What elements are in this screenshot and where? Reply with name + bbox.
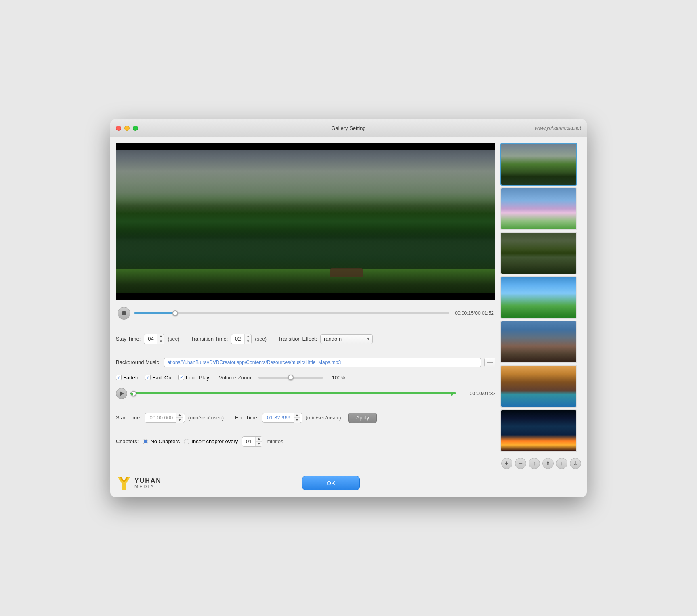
audio-options-row: FadeIn FadeOut Loop Play Volume Zoom: 10… (116, 373, 495, 382)
start-time-unit: (min/sec/msec) (188, 415, 224, 421)
audio-end-marker: ♦ (450, 391, 456, 396)
fade-in-checkbox-box[interactable] (116, 375, 122, 380)
transition-time-value[interactable]: 02 (231, 334, 244, 344)
logo-icon (116, 475, 132, 491)
end-time-down[interactable]: ▼ (294, 418, 300, 423)
right-panel (500, 143, 581, 452)
video-time-display: 00:00:15/00:01:52 (453, 310, 494, 316)
thumb-move-up-button[interactable]: ↑ (529, 458, 540, 469)
thumbnail-controls-row: + − ↑ ⇑ ↓ ⇓ (110, 458, 587, 471)
thumbnail-2[interactable] (500, 187, 577, 230)
thumb-move-down-button[interactable]: ↓ (556, 458, 567, 469)
no-chapters-radio[interactable]: No Chapters (143, 438, 180, 444)
fade-out-checkbox[interactable]: FadeOut (145, 375, 173, 381)
thumbnail-3[interactable] (500, 232, 577, 274)
transition-time-unit: (sec) (255, 336, 267, 342)
thumbnail-6[interactable] (500, 365, 577, 408)
maximize-button[interactable] (133, 126, 138, 131)
watermark: www.yuhanmedia.net (535, 125, 581, 131)
insert-chapter-label: Insert chapter every (191, 438, 238, 444)
no-chapters-radio-outer[interactable] (143, 439, 148, 444)
separator-4 (116, 430, 495, 430)
water-overlay (116, 229, 495, 269)
traffic-lights (116, 126, 138, 131)
play-icon (120, 391, 124, 396)
fade-out-checkbox-box[interactable] (145, 375, 151, 380)
audio-track[interactable]: ♦ ♦ (130, 392, 456, 394)
thumbnail-4[interactable] (500, 276, 577, 319)
titlebar: Gallery Setting www.yuhanmedia.net (110, 119, 587, 137)
logo-top-text: YUHAN (134, 477, 162, 484)
insert-chapter-radio[interactable]: Insert chapter every (184, 438, 238, 444)
close-button[interactable] (116, 126, 121, 131)
transition-time-down[interactable]: ▼ (245, 339, 251, 344)
chapter-interval-input[interactable]: 01 ▲ ▼ (242, 436, 262, 447)
transition-effect-wrapper: random fade slide zoom dissolve ▼ (320, 334, 373, 344)
audio-start-marker: ♦ (130, 391, 136, 396)
chapter-interval-down[interactable]: ▼ (256, 442, 262, 446)
stay-time-input[interactable]: 04 ▲ ▼ (144, 334, 164, 344)
stay-time-value[interactable]: 04 (144, 334, 157, 344)
start-time-down[interactable]: ▼ (176, 418, 183, 423)
start-time-up[interactable]: ▲ (176, 413, 183, 418)
separator-3 (116, 406, 495, 406)
bench-area (330, 268, 363, 277)
end-time-value: 01:32:969 (264, 415, 294, 421)
chapters-label: Chapters: (116, 438, 139, 444)
stop-button[interactable] (118, 307, 130, 320)
thumb-move-bottom-button[interactable]: ⇓ (570, 458, 581, 469)
thumb-remove-button[interactable]: − (515, 458, 526, 469)
fade-out-label: FadeOut (152, 375, 173, 381)
volume-slider-thumb[interactable] (288, 375, 294, 380)
loop-play-checkbox[interactable]: Loop Play (178, 375, 209, 381)
volume-value: 100% (332, 375, 345, 381)
loop-play-checkbox-box[interactable] (178, 375, 184, 380)
audio-time-display: 00:00/01:32 (459, 391, 495, 396)
music-more-button[interactable] (484, 358, 495, 367)
window-title: Gallery Setting (331, 125, 365, 131)
thumb-add-button[interactable]: + (501, 458, 512, 469)
fade-in-checkbox[interactable]: FadeIn (116, 375, 139, 381)
apply-button[interactable]: Apply (348, 413, 377, 423)
thumbnail-5[interactable] (500, 321, 577, 363)
audio-play-button[interactable] (116, 388, 127, 399)
separator-1 (116, 327, 495, 327)
more-dot-3 (491, 362, 493, 363)
stop-icon (122, 311, 126, 315)
thumbnail-1[interactable] (500, 143, 577, 186)
chapter-interval-arrows: ▲ ▼ (255, 437, 262, 446)
minimize-button[interactable] (124, 126, 130, 131)
transition-time-up[interactable]: ▲ (245, 334, 251, 339)
chapter-interval-value[interactable]: 01 (242, 437, 255, 446)
no-chapters-label: No Chapters (150, 438, 180, 444)
stay-transition-row: Stay Time: 04 ▲ ▼ (sec) Transition Time:… (116, 332, 495, 346)
start-time-label: Start Time: (116, 415, 141, 421)
start-time-value: 00:00:000 (147, 415, 176, 421)
stay-time-down[interactable]: ▼ (157, 339, 164, 344)
stay-time-up[interactable]: ▲ (157, 334, 164, 339)
thumb-move-top-button[interactable]: ⇑ (542, 458, 554, 469)
volume-slider-track[interactable] (258, 377, 323, 379)
ok-button[interactable]: OK (302, 476, 360, 490)
video-progress-thumb[interactable] (172, 310, 178, 316)
left-panel: 00:00:15/00:01:52 Stay Time: 04 ▲ ▼ (sec… (116, 143, 495, 452)
bottom-bar: YUHAN MEDIA OK (110, 471, 587, 497)
loop-play-label: Loop Play (186, 375, 209, 381)
chapter-interval-unit: minites (267, 438, 283, 444)
end-time-up[interactable]: ▲ (294, 413, 300, 418)
video-progress-fill (134, 312, 175, 314)
video-progress-track[interactable] (134, 312, 449, 314)
no-chapters-radio-inner (144, 440, 147, 443)
end-time-input[interactable]: 01:32:969 ▲ ▼ (262, 413, 302, 423)
transition-time-label: Transition Time: (191, 336, 228, 342)
more-dot-2 (489, 362, 491, 363)
transition-effect-select[interactable]: random fade slide zoom dissolve (320, 334, 373, 344)
start-time-input[interactable]: 00:00:000 ▲ ▼ (145, 413, 185, 423)
transition-time-input[interactable]: 02 ▲ ▼ (231, 334, 252, 344)
volume-label: Volume Zoom: (219, 375, 253, 381)
chapter-interval-up[interactable]: ▲ (256, 437, 262, 442)
thumbnail-7[interactable] (500, 409, 577, 452)
insert-chapter-radio-outer[interactable] (184, 439, 189, 444)
music-label: Background Music: (116, 359, 161, 365)
more-dot-1 (487, 362, 489, 363)
